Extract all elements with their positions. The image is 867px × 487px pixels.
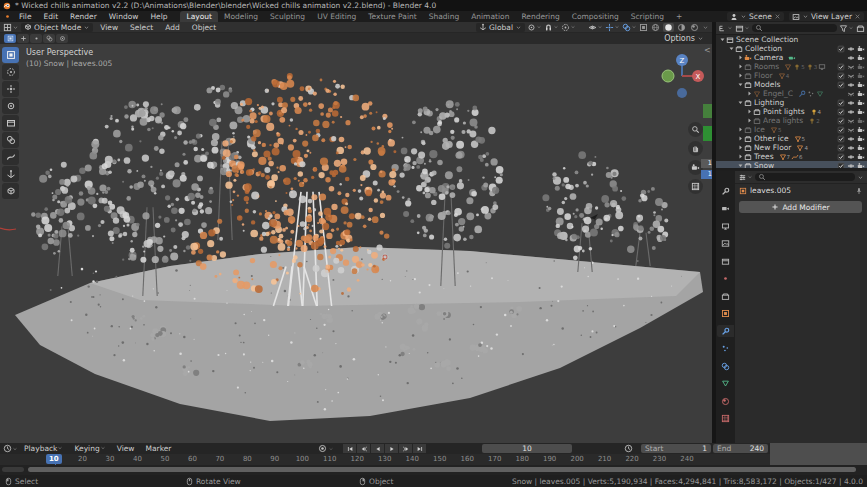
expand-right-icon[interactable] (746, 117, 753, 124)
eye-open-icon[interactable] (847, 135, 855, 143)
transport-jump-first-button[interactable] (343, 444, 356, 453)
camera-restrict-icon[interactable] (857, 108, 865, 116)
outliner-row[interactable]: Ice5 (716, 125, 867, 134)
auto-key-dropdown[interactable] (328, 446, 334, 452)
auto-key-record-button[interactable] (318, 444, 327, 453)
outliner-row[interactable]: Camera (716, 53, 867, 62)
camera-restrict-icon[interactable] (857, 153, 865, 161)
pivot-point-button[interactable] (527, 23, 542, 32)
properties-tab-object[interactable] (717, 308, 734, 320)
eye-open-icon[interactable] (847, 45, 855, 53)
options-dropdown[interactable]: Options (664, 34, 704, 43)
checkbox-icon[interactable] (837, 63, 845, 71)
workspace-tab-layout[interactable]: Layout (180, 11, 218, 22)
camera-restrict-icon[interactable] (857, 81, 865, 89)
outliner-search-input[interactable] (752, 24, 837, 32)
workspace-tab-modeling[interactable]: Modeling (218, 11, 264, 22)
unlink-icon[interactable] (854, 13, 861, 20)
properties-tab-modifiers[interactable] (717, 325, 734, 337)
camera-restrict-icon[interactable] (857, 144, 865, 152)
transport-prev-key-button[interactable] (357, 444, 370, 453)
checkbox-icon[interactable] (837, 72, 845, 80)
workspace-tab-sculpting[interactable]: Sculpting (264, 11, 311, 22)
properties-tab-data[interactable] (717, 378, 734, 390)
end-frame-field[interactable]: End240 (713, 444, 768, 453)
expand-down-icon[interactable] (737, 99, 744, 106)
tool-transform-button[interactable] (2, 132, 19, 148)
pin-icon[interactable] (855, 187, 863, 195)
expand-right-icon[interactable] (737, 126, 744, 133)
shading-rendered-button[interactable] (689, 23, 700, 32)
xray-toggle-button[interactable] (639, 23, 648, 32)
menu-help[interactable]: Help (145, 11, 172, 22)
checkbox-icon[interactable] (837, 81, 845, 89)
expand-right-icon[interactable] (746, 108, 753, 115)
viewport-menu-select[interactable]: Select (125, 22, 158, 33)
eye-open-icon[interactable] (847, 99, 855, 107)
outliner-row[interactable]: Models (716, 80, 867, 89)
viewport-menu-object[interactable]: Object (187, 22, 221, 33)
proportional-editing-button[interactable] (561, 23, 576, 32)
checkbox-icon[interactable] (837, 108, 845, 116)
expand-down-icon[interactable] (737, 81, 744, 88)
camera-restrict-icon[interactable] (857, 45, 865, 53)
transport-next-key-button[interactable] (399, 444, 412, 453)
properties-tab-collection[interactable] (717, 290, 734, 302)
outliner-row[interactable]: Rooms53 (716, 62, 867, 71)
eye-open-icon[interactable] (847, 108, 855, 116)
tool-move-button[interactable] (2, 81, 19, 97)
properties-editor-type-button[interactable] (738, 173, 753, 182)
select-mode-extend-button[interactable] (17, 34, 29, 43)
outliner-row[interactable]: Trees76 (716, 152, 867, 161)
outliner-row[interactable]: Collection (716, 44, 867, 53)
outliner-row[interactable]: Floor4 (716, 71, 867, 80)
outliner-row[interactable]: Area lights2 (716, 116, 867, 125)
timeline-menu-view[interactable]: View (112, 443, 140, 454)
timeline-menu-keying[interactable]: Keying (69, 443, 110, 454)
camera-restrict-icon[interactable] (857, 135, 865, 143)
properties-tab-render[interactable] (717, 203, 734, 215)
expand-right-icon[interactable] (737, 144, 744, 151)
timeline-menu-marker[interactable]: Marker (140, 443, 176, 454)
eye-closed-icon[interactable] (847, 126, 855, 134)
shading-wireframe-button[interactable] (650, 23, 661, 32)
transport-play-button[interactable] (385, 444, 398, 453)
tool-measure-button[interactable] (2, 166, 19, 182)
properties-tab-view-layer[interactable] (717, 238, 734, 250)
checkbox-icon[interactable] (837, 126, 845, 134)
show-gizmo-button[interactable] (605, 23, 620, 32)
outliner-row[interactable]: New Floor4 (716, 143, 867, 152)
expand-right-icon[interactable] (746, 90, 753, 97)
eye-closed-icon[interactable] (847, 117, 855, 125)
scene-selector[interactable]: Scene (727, 12, 784, 21)
checkbox-icon[interactable] (837, 135, 845, 143)
add-modifier-button[interactable]: Add Modifier (739, 201, 862, 213)
editor-type-button[interactable] (3, 23, 19, 32)
outliner-row[interactable]: Point lights4 (716, 107, 867, 116)
outliner-row[interactable]: Lighting (716, 98, 867, 107)
checkbox-icon[interactable] (837, 45, 845, 53)
timeline-ruler[interactable]: 2030405060708090100110120130140150160170… (0, 454, 867, 465)
add-workspace-button[interactable]: + (670, 11, 688, 22)
blender-logo-icon[interactable] (3, 12, 12, 21)
unlink-icon[interactable] (774, 13, 781, 20)
expand-right-icon[interactable] (737, 72, 744, 79)
workspace-tab-scripting[interactable]: Scripting (625, 11, 670, 22)
eye-open-icon[interactable] (847, 153, 855, 161)
timeline-menu-playback[interactable]: Playback (19, 443, 68, 454)
camera-restrict-icon[interactable] (857, 99, 865, 107)
workspace-tab-shading[interactable]: Shading (423, 11, 465, 22)
expand-right-icon[interactable] (737, 135, 744, 142)
properties-tab-scene[interactable] (717, 255, 734, 267)
workspace-tab-animation[interactable]: Animation (465, 11, 515, 22)
properties-tab-material[interactable] (717, 395, 734, 407)
eye-closed-icon[interactable] (847, 72, 855, 80)
camera-restrict-icon[interactable] (857, 117, 865, 125)
object-mode-dropdown[interactable]: Object Mode (21, 23, 93, 32)
tool-add-cube-button[interactable] (2, 183, 19, 199)
camera-restrict-icon[interactable] (857, 63, 865, 71)
expand-down-icon[interactable] (728, 45, 735, 52)
camera-restrict-icon[interactable] (857, 126, 865, 134)
scrollbar-stub[interactable] (2, 467, 24, 472)
select-mode-intersect-button[interactable] (56, 34, 68, 43)
